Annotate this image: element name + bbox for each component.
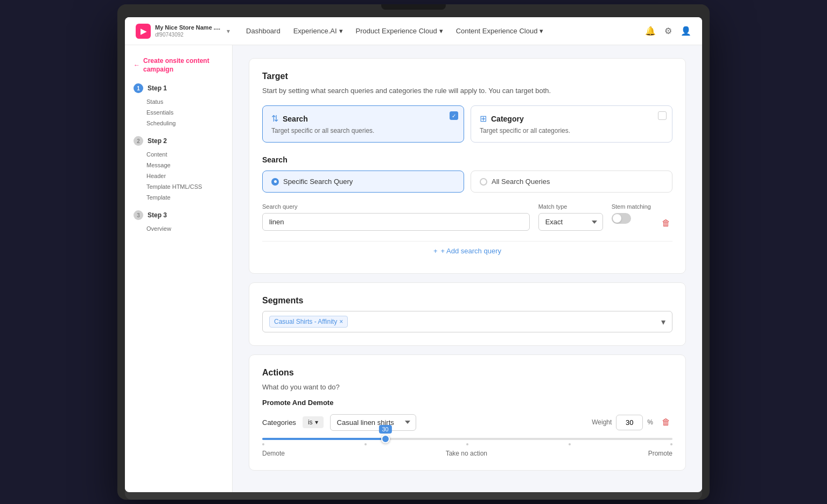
sidebar-item-status[interactable]: Status bbox=[146, 96, 232, 107]
target-search-checkbox[interactable]: ✓ bbox=[450, 111, 458, 120]
sidebar-item-template-html[interactable]: Template HTML/CSS bbox=[146, 181, 232, 192]
specific-search-radio[interactable]: Specific Search Query bbox=[262, 171, 464, 193]
search-filter-icon: ⇅ bbox=[271, 113, 278, 124]
specific-search-dot bbox=[271, 178, 279, 186]
logo-icon: ▶ bbox=[136, 24, 151, 39]
nav-content-cloud-chevron: ▾ bbox=[539, 27, 543, 35]
weight-label: Weight bbox=[592, 418, 612, 426]
sidebar-step-2-header[interactable]: 2 Step 2 bbox=[125, 133, 232, 149]
category-select[interactable]: Casual linen shirts bbox=[330, 414, 416, 431]
step-2-label: Step 2 bbox=[148, 137, 167, 145]
segments-chevron-icon: ▾ bbox=[661, 317, 665, 327]
store-id: df90743092 bbox=[155, 31, 220, 38]
target-title: Target bbox=[262, 72, 672, 81]
search-form-row: Search query Match type Exact Contains S… bbox=[262, 203, 672, 232]
sidebar-step-3-header[interactable]: 3 Step 3 bbox=[125, 207, 232, 223]
target-options: ⇅ Search Target specific or all search q… bbox=[262, 105, 672, 143]
app-layout: ← Create onsite content campaign 1 Step … bbox=[125, 45, 702, 492]
store-name: My Nice Store Name .... bbox=[155, 24, 220, 31]
sidebar-item-template[interactable]: Template bbox=[146, 192, 232, 203]
main-content: Target Start by setting what search quer… bbox=[233, 45, 702, 492]
nav-product-cloud[interactable]: Product Experience Cloud ▾ bbox=[356, 27, 443, 35]
target-option-category[interactable]: ⊞ Category Target specific or all catego… bbox=[471, 105, 672, 143]
add-query-label: + Add search query bbox=[441, 247, 501, 255]
all-search-radio[interactable]: All Search Queries bbox=[471, 171, 672, 193]
segments-card: Segments Casual Shirts - Affinity × ▾ bbox=[249, 282, 686, 346]
sidebar-step-3: 3 Step 3 Overview bbox=[125, 207, 232, 238]
store-info: My Nice Store Name .... df90743092 bbox=[155, 24, 220, 38]
step-3-label: Step 3 bbox=[148, 211, 167, 219]
gear-icon[interactable]: ⚙ bbox=[664, 26, 672, 36]
bell-icon[interactable]: 🔔 bbox=[645, 26, 656, 36]
step-1-sub-items: Status Essentials Scheduling bbox=[125, 96, 232, 129]
match-type-select[interactable]: Exact Contains Starts with bbox=[538, 213, 603, 231]
search-query-input[interactable] bbox=[262, 213, 530, 231]
sidebar-item-message[interactable]: Message bbox=[146, 160, 232, 171]
segments-dropdown[interactable]: Casual Shirts - Affinity × ▾ bbox=[262, 311, 672, 332]
sidebar-back-button[interactable]: ← Create onsite content campaign bbox=[125, 54, 232, 80]
all-search-label: All Search Queries bbox=[492, 178, 550, 186]
match-type-label: Match type bbox=[538, 203, 603, 210]
nav-dashboard[interactable]: Dashboard bbox=[246, 27, 281, 35]
slider-dot-75 bbox=[569, 443, 571, 445]
search-query-label: Search query bbox=[262, 203, 530, 210]
weight-slider-track: 30 bbox=[262, 438, 672, 440]
target-category-checkbox[interactable] bbox=[658, 111, 667, 120]
delete-promote-button[interactable]: 🗑 bbox=[660, 413, 672, 431]
target-option-category-title: Category bbox=[491, 115, 524, 123]
take-no-action-label: Take no action bbox=[446, 450, 487, 457]
weight-group: Weight % bbox=[592, 415, 653, 430]
step-2-badge: 2 bbox=[134, 136, 143, 146]
actions-card: Actions What do you want to do? Promote … bbox=[249, 354, 686, 471]
categories-operator-label: is bbox=[308, 418, 313, 426]
category-grid-icon: ⊞ bbox=[480, 113, 487, 124]
promote-demote-row: Categories is ▾ Casual linen shirts Weig… bbox=[262, 413, 672, 431]
delete-query-button[interactable]: 🗑 bbox=[660, 214, 672, 232]
search-subsection-title: Search bbox=[262, 155, 672, 164]
sidebar-item-essentials[interactable]: Essentials bbox=[146, 107, 232, 118]
step-2-sub-items: Content Message Header Template HTML/CSS… bbox=[125, 149, 232, 203]
slider-dot-100 bbox=[670, 443, 672, 445]
nav-content-cloud[interactable]: Content Experience Cloud ▾ bbox=[456, 27, 544, 35]
sidebar-item-header[interactable]: Header bbox=[146, 171, 232, 181]
segment-tag-casual-shirts: Casual Shirts - Affinity × bbox=[269, 316, 348, 328]
logo-area[interactable]: ▶ My Nice Store Name .... df90743092 ▾ bbox=[136, 24, 230, 39]
slider-dot-0 bbox=[262, 443, 264, 445]
slider-dot-50 bbox=[466, 443, 468, 445]
weight-slider-tooltip: 30 bbox=[379, 425, 391, 434]
categories-operator-chevron: ▾ bbox=[315, 418, 318, 426]
target-option-search[interactable]: ⇅ Search Target specific or all search q… bbox=[262, 105, 464, 143]
search-subsection: Search Specific Search Query All Search … bbox=[262, 155, 672, 260]
stem-matching-toggle[interactable] bbox=[612, 213, 631, 224]
sidebar-step-1: 1 Step 1 Status Essentials Scheduling bbox=[125, 80, 232, 133]
segment-tag-remove[interactable]: × bbox=[339, 318, 343, 325]
categories-label: Categories bbox=[262, 418, 296, 427]
weight-slider-fill bbox=[262, 438, 386, 440]
nav-experience-ai[interactable]: Experience.AI ▾ bbox=[293, 27, 343, 35]
target-option-search-header: ⇅ Search bbox=[271, 113, 455, 124]
sidebar-step-2: 2 Step 2 Content Message Header Template… bbox=[125, 133, 232, 207]
all-search-dot bbox=[480, 178, 487, 186]
categories-operator[interactable]: is ▾ bbox=[303, 416, 324, 428]
add-query-button[interactable]: + + Add search query bbox=[262, 241, 672, 260]
main-nav: Dashboard Experience.AI ▾ Product Experi… bbox=[246, 27, 645, 35]
target-option-category-desc: Target specific or all categories. bbox=[480, 127, 663, 134]
sidebar-item-scheduling[interactable]: Scheduling bbox=[146, 118, 232, 129]
sidebar-step-1-header[interactable]: 1 Step 1 bbox=[125, 80, 232, 96]
store-chevron-icon[interactable]: ▾ bbox=[227, 27, 230, 35]
actions-title: Actions bbox=[262, 368, 672, 378]
sidebar-back-label: Create onsite content campaign bbox=[143, 57, 223, 74]
nav-product-cloud-chevron: ▾ bbox=[439, 27, 443, 35]
sidebar-item-content[interactable]: Content bbox=[146, 149, 232, 160]
add-query-plus-icon: + bbox=[433, 247, 438, 255]
segment-tag-label: Casual Shirts - Affinity bbox=[274, 318, 337, 325]
search-radio-options: Specific Search Query All Search Queries bbox=[262, 171, 672, 193]
weight-slider-thumb[interactable] bbox=[381, 435, 390, 443]
header-actions: 🔔 ⚙ 👤 bbox=[645, 26, 691, 36]
target-option-search-desc: Target specific or all search queries. bbox=[271, 127, 455, 134]
weight-input[interactable] bbox=[616, 415, 643, 430]
sidebar-item-overview[interactable]: Overview bbox=[146, 223, 232, 234]
user-icon[interactable]: 👤 bbox=[681, 26, 691, 36]
weight-slider-container: 30 Demote Take no action bbox=[262, 438, 672, 457]
actions-description: What do you want to do? bbox=[262, 383, 672, 391]
